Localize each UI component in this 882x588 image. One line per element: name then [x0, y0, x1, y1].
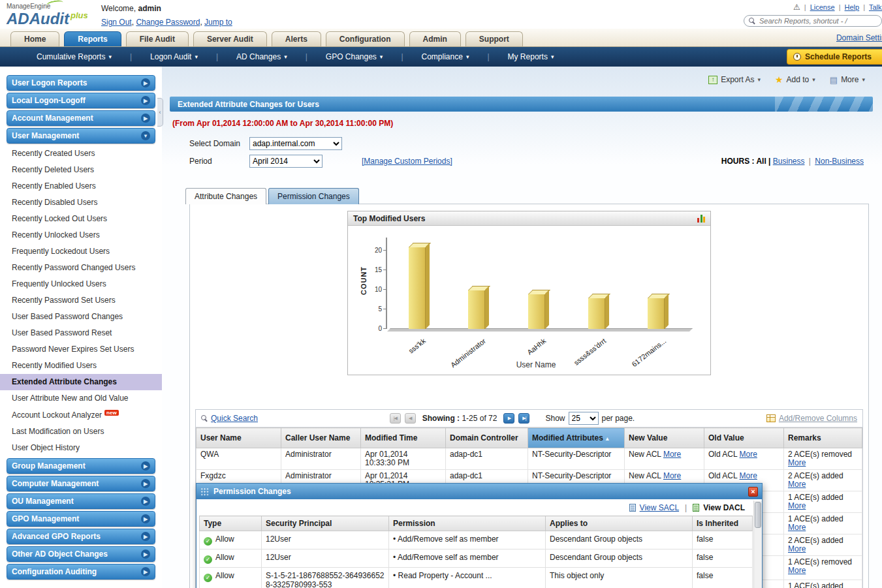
column-header-modified-attributes[interactable]: Modified Attributes	[528, 428, 625, 448]
dialog-scrollbar[interactable]	[753, 501, 762, 588]
sidebar-section-user-logon-reports[interactable]: User Logon Reports	[7, 75, 155, 91]
menu-ad-changes[interactable]: AD Changes	[218, 52, 306, 61]
sign-out-link[interactable]: Sign Out	[101, 18, 132, 27]
help-link[interactable]: Help	[845, 3, 860, 11]
add-remove-columns-link[interactable]: Add/Remove Columns	[779, 414, 857, 423]
menu-logon-audit[interactable]: Logon Audit	[132, 52, 216, 61]
chart-type-icon[interactable]	[697, 214, 705, 223]
previous-page-button[interactable]	[405, 413, 416, 424]
more-link[interactable]: More	[788, 501, 806, 510]
tab-reports[interactable]: Reports	[64, 31, 121, 46]
manage-custom-periods-link[interactable]: [Manage Custom Periods]	[362, 157, 452, 166]
menu-cumulative-reports[interactable]: Cumulative Reports	[18, 52, 130, 61]
license-link[interactable]: License	[810, 3, 835, 11]
hours-nonbusiness-link[interactable]: Non-Business	[815, 157, 864, 166]
sidebar-section-other-ad-object-changes[interactable]: Other AD Object Changes	[7, 546, 155, 562]
tab-permission-changes[interactable]: Permission Changes	[268, 188, 359, 204]
sidebar-item-recently-modified-users[interactable]: Recently Modified Users	[0, 358, 162, 374]
tab-server-audit[interactable]: Server Audit	[193, 31, 267, 46]
search-input[interactable]	[759, 17, 875, 25]
dialog-column-type[interactable]: Type	[200, 516, 262, 531]
sidebar-item-recently-password-set-users[interactable]: Recently Password Set Users	[0, 292, 162, 309]
quick-search[interactable]: Quick Search	[201, 414, 258, 423]
view-sacl-link[interactable]: View SACL	[640, 503, 679, 512]
dialog-column-applies-to[interactable]: Applies to	[546, 516, 693, 531]
tab-admin[interactable]: Admin	[409, 31, 461, 46]
adaudit-logo[interactable]: ManageEngine ADAuditplus	[7, 1, 88, 27]
sidebar-collapse-handle[interactable]	[157, 98, 163, 127]
sidebar-item-user-based-password-changes[interactable]: User Based Password Changes	[0, 309, 162, 325]
sidebar-item-user-object-history[interactable]: User Object History	[0, 440, 162, 456]
last-page-button[interactable]	[518, 413, 529, 424]
dialog-column-security-principal[interactable]: Security Principal	[262, 516, 389, 531]
sidebar-item-last-modification-on-users[interactable]: Last Modification on Users	[0, 424, 162, 440]
domain-settings-link[interactable]: Domain Settings	[836, 33, 882, 42]
more-link[interactable]: More	[788, 544, 806, 553]
more-link[interactable]: More	[740, 471, 757, 480]
add-remove-columns[interactable]: Add/Remove Columns	[766, 414, 857, 423]
tab-home[interactable]: Home	[10, 31, 59, 46]
period-select[interactable]: April 2014	[249, 155, 323, 168]
chart-bar[interactable]	[648, 298, 665, 329]
more-link[interactable]: More	[740, 450, 757, 459]
sidebar-section-group-management[interactable]: Group Management	[7, 458, 155, 474]
warning-icon[interactable]	[793, 3, 800, 11]
sidebar-section-account-management[interactable]: Account Management	[7, 110, 155, 126]
sidebar-section-gpo-management[interactable]: GPO Management	[7, 511, 155, 527]
hours-business-link[interactable]: Business	[773, 157, 805, 166]
sidebar-item-recently-enabled-users[interactable]: Recently Enabled Users	[0, 178, 162, 194]
sidebar-item-recently-unlocked-users[interactable]: Recently Unlocked Users	[0, 227, 162, 243]
schedule-reports-button[interactable]: Schedule Reports	[787, 49, 882, 65]
more-link[interactable]: More	[788, 566, 806, 575]
search-box[interactable]	[744, 15, 882, 27]
change-password-link[interactable]: Change Password	[136, 18, 200, 27]
column-header-user-name[interactable]: User Name	[197, 428, 281, 448]
sidebar-item-recently-locked-out-users[interactable]: Recently Locked Out Users	[0, 211, 162, 227]
sidebar-item-account-lockout-analyzer[interactable]: Account Lockout Analyzernew	[0, 407, 162, 424]
chart-bar[interactable]	[409, 247, 426, 329]
sidebar-item-recently-created-users[interactable]: Recently Created Users	[0, 146, 162, 162]
sidebar-item-frequently-unlocked-users[interactable]: Frequently Unlocked Users	[0, 276, 162, 292]
dialog-column-is-inherited[interactable]: Is Inherited	[693, 516, 753, 531]
first-page-button[interactable]	[390, 413, 401, 424]
sidebar-item-user-based-password-reset[interactable]: User Based Password Reset	[0, 325, 162, 341]
sidebar-item-extended-attribute-changes[interactable]: Extended Attribute Changes	[0, 374, 162, 390]
tab-support[interactable]: Support	[465, 31, 523, 46]
next-page-button[interactable]	[503, 413, 514, 424]
sidebar-section-ou-management[interactable]: OU Management	[7, 493, 155, 509]
more-link[interactable]: More	[663, 471, 681, 480]
chart-bar[interactable]	[588, 298, 605, 329]
sidebar-section-user-management[interactable]: User Management	[7, 128, 155, 144]
tab-attribute-changes[interactable]: Attribute Changes	[185, 188, 266, 204]
page-size-select[interactable]: 25	[569, 412, 599, 425]
scrollbar-thumb[interactable]	[755, 502, 761, 528]
column-header-domain-controller[interactable]: Domain Controller	[446, 428, 528, 448]
more-link[interactable]: More	[663, 450, 681, 459]
close-icon[interactable]	[748, 487, 758, 497]
sidebar-section-local-logon-logoff[interactable]: Local Logon-Logoff	[7, 93, 155, 108]
menu-my-reports[interactable]: My Reports	[490, 52, 573, 61]
dialog-column-permission[interactable]: Permission	[389, 516, 546, 531]
column-header-remarks[interactable]: Remarks	[784, 428, 862, 448]
drag-handle-icon[interactable]	[200, 487, 209, 496]
more-link[interactable]: More	[788, 480, 806, 489]
more-link[interactable]: More	[788, 523, 806, 532]
sidebar-item-recently-disabled-users[interactable]: Recently Disabled Users	[0, 194, 162, 211]
sidebar-item-password-never-expires-set-users[interactable]: Password Never Expires Set Users	[0, 341, 162, 358]
menu-compliance[interactable]: Compliance	[403, 52, 488, 61]
column-header-caller-user-name[interactable]: Caller User Name	[281, 428, 361, 448]
sidebar-item-user-attribute-new-and-old-value[interactable]: User Attribute New and Old Value	[0, 390, 162, 407]
sidebar-item-frequently-lockedout-users[interactable]: Frequently Lockedout Users	[0, 243, 162, 260]
tab-configuration[interactable]: Configuration	[326, 31, 405, 46]
more-link[interactable]: More	[788, 458, 806, 467]
tab-file-audit[interactable]: File Audit	[126, 31, 189, 46]
chart-bar[interactable]	[528, 294, 545, 329]
sidebar-section-advanced-gpo-reports[interactable]: Advanced GPO Reports	[7, 529, 155, 544]
quick-search-link[interactable]: Quick Search	[211, 414, 258, 423]
more-button[interactable]: More	[830, 75, 865, 85]
sidebar-item-recently-deleted-users[interactable]: Recently Deleted Users	[0, 162, 162, 178]
sidebar-section-configuration-auditing[interactable]: Configuration Auditing	[7, 564, 155, 580]
view-dacl-link[interactable]: View DACL	[703, 503, 745, 512]
menu-gpo-changes[interactable]: GPO Changes	[307, 52, 402, 61]
add-to-button[interactable]: Add to	[775, 74, 815, 85]
